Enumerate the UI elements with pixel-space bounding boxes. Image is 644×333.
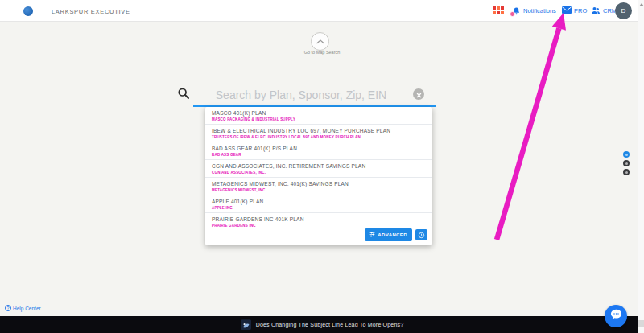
close-icon xyxy=(416,87,422,101)
sliders-icon xyxy=(369,232,375,238)
plan-name: BAD ASS GEAR 401(K) P/S PLAN xyxy=(212,145,426,152)
search-result-row[interactable]: BAD ASS GEAR 401(K) P/S PLAN BAD ASS GEA… xyxy=(205,142,432,160)
vertical-scrollbar[interactable] xyxy=(638,0,644,333)
scroll-up-arrow-icon[interactable] xyxy=(639,3,644,6)
bell-icon xyxy=(512,6,521,16)
clock-icon xyxy=(418,229,425,241)
apps-grid-icon[interactable] xyxy=(493,6,504,14)
top-navigation-bar: LARKSPUR EXECUTIVE Notifications PRO CRM xyxy=(0,0,644,22)
nav-notifications[interactable]: Notifications xyxy=(512,0,556,22)
banner-headline[interactable]: Does Changing The Subject Line Lead To M… xyxy=(256,322,404,327)
plan-name: CGN AND ASSOCIATES, INC. RETIREMENT SAVI… xyxy=(212,162,426,170)
question-mark-icon: ? xyxy=(5,305,11,311)
search-result-row[interactable]: PRAIRIE GARDENS INC 401K PLAN PRAIRIE GA… xyxy=(205,213,432,230)
help-center-link[interactable]: ? Help Center xyxy=(5,305,41,311)
scroll-down-handle[interactable] xyxy=(638,320,644,327)
search-result-row[interactable]: IBEW & ELECTRICAL INDUSTRY LOC 697, MONE… xyxy=(205,125,432,142)
map-search-label: Go to Map Search xyxy=(242,50,402,55)
plan-name: IBEW & ELECTRICAL INDUSTRY LOC 697, MONE… xyxy=(212,127,426,134)
news-banner: Does Changing The Subject Line Lead To M… xyxy=(0,316,644,333)
avatar-initial: D xyxy=(621,7,626,14)
side-quick-actions xyxy=(623,151,630,175)
plan-name: APPLE 401(K) PLAN xyxy=(212,198,426,205)
side-dot-secondary[interactable] xyxy=(623,160,630,166)
app-window: LARKSPUR EXECUTIVE Notifications PRO CRM xyxy=(0,0,644,333)
search-input[interactable] xyxy=(193,85,409,105)
advanced-search-button[interactable]: ADVANCED xyxy=(365,228,412,241)
banner-thumbnail xyxy=(241,319,251,330)
sponsor-name: CGN AND ASSOCIATES, INC. xyxy=(212,170,426,175)
sponsor-name: TRUSTEES OF IBEW & ELEC. INDUSTRY LOCAL … xyxy=(212,134,426,140)
nav-pro-label: PRO xyxy=(574,7,587,14)
chat-widget-button[interactable] xyxy=(605,305,627,327)
sponsor-name: PRAIRIE GARDENS INC xyxy=(212,223,426,228)
plan-name: MASCO 401(K) PLAN xyxy=(212,109,426,117)
brand-name: LARKSPUR EXECUTIVE xyxy=(52,8,130,15)
advanced-search-label: ADVANCED xyxy=(378,232,407,237)
search-result-row[interactable]: METAGENICS MIDWEST, INC. 401(K) SAVINGS … xyxy=(205,178,432,195)
chevron-up-icon xyxy=(316,35,325,47)
help-center-label: Help Center xyxy=(13,306,41,311)
side-dot-primary[interactable] xyxy=(623,151,630,158)
nav-notifications-label: Notifications xyxy=(523,7,556,14)
user-avatar[interactable]: D xyxy=(615,2,632,19)
notification-badge xyxy=(510,11,515,17)
envelope-icon xyxy=(562,6,572,15)
sponsor-name: BAD ASS GEAR xyxy=(212,152,426,158)
plan-name: PRAIRIE GARDENS INC 401K PLAN xyxy=(212,216,426,223)
clear-search-button[interactable] xyxy=(413,88,424,100)
dropdown-footer: ADVANCED xyxy=(365,228,427,241)
sponsor-name: APPLE INC. xyxy=(212,205,426,211)
nav-pro[interactable]: PRO xyxy=(562,0,587,22)
sponsor-name: METAGENICS MIDWEST, INC. xyxy=(212,187,426,193)
plan-name: METAGENICS MIDWEST, INC. 401(K) SAVINGS … xyxy=(212,180,426,187)
search-result-row[interactable]: MASCO 401(K) PLAN MASCO PACKAGING & INDU… xyxy=(205,107,432,125)
search-results-dropdown: MASCO 401(K) PLAN MASCO PACKAGING & INDU… xyxy=(205,107,432,245)
search-history-button[interactable] xyxy=(415,229,427,240)
sponsor-name: MASCO PACKAGING & INDUSTRIAL SUPPLY xyxy=(212,117,426,122)
map-search-toggle-button[interactable] xyxy=(311,32,329,51)
search-icon xyxy=(177,87,190,103)
search-result-row[interactable]: APPLE 401(K) PLAN APPLE INC. xyxy=(205,195,432,213)
people-icon xyxy=(591,6,601,16)
brand-logo-icon xyxy=(23,6,33,16)
nav-crm[interactable]: CRM xyxy=(591,0,617,22)
search-result-row[interactable]: CGN AND ASSOCIATES, INC. RETIREMENT SAVI… xyxy=(205,160,432,178)
chat-bubble-icon xyxy=(610,309,622,323)
side-dot-tertiary[interactable] xyxy=(623,169,630,175)
